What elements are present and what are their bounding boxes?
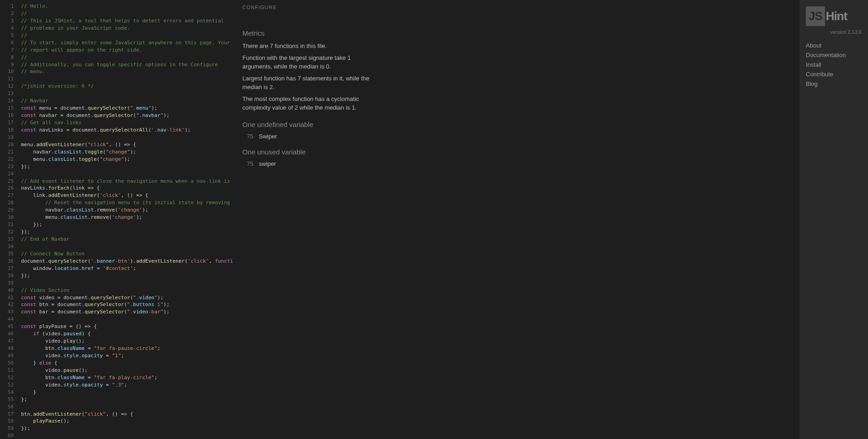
nav-link-about[interactable]: About [806,42,862,49]
code-line[interactable]: // Navbar [21,97,233,105]
code-line[interactable]: // report will appear on the right side. [21,47,233,54]
code-line[interactable]: document.querySelector('.banner-btn').ad… [21,258,233,265]
code-line[interactable]: video.style.opacity = "1"; [21,352,233,360]
code-line[interactable] [21,134,233,141]
code-line[interactable]: // problems in your JavaScript code. [21,25,233,32]
code-line[interactable] [21,403,233,411]
code-line[interactable]: /*jshint esversion: 6 */ [21,83,233,90]
line-number: 30 [0,214,17,221]
line-number: 52 [0,374,17,381]
nav-link-documentation[interactable]: Documentation [806,52,862,58]
line-number: 48 [0,345,17,352]
metrics-list: There are 7 functions in this file.Funct… [242,42,790,112]
code-line[interactable]: }); [21,425,233,432]
version-label: version 2.13.6 [806,29,862,35]
code-line[interactable]: const menu = document.querySelector(".me… [21,105,233,112]
code-line[interactable]: } [21,389,233,396]
code-line[interactable]: const video = document.querySelector(".v… [21,294,233,301]
code-line[interactable]: // Add event listener to close the navig… [21,178,233,185]
code-line[interactable]: navLinks.forEach(link => { [21,185,233,192]
code-line[interactable]: menu.classList.toggle("change"); [21,156,233,163]
warning-identifier: Swiper [259,133,277,140]
code-line[interactable]: }; [21,396,233,403]
code-line[interactable]: link.addEventListener('click', () => { [21,192,233,199]
line-number: 6 [0,39,17,47]
code-line[interactable]: playPause(); [21,418,233,425]
code-line[interactable]: // [21,32,233,39]
line-number: 44 [0,316,17,323]
line-number: 58 [0,418,17,425]
code-line[interactable]: }); [21,228,233,236]
code-line[interactable]: navbar.classList.toggle("change"); [21,148,233,156]
code-line[interactable]: if (video.paused) { [21,330,233,338]
line-number: 56 [0,403,17,411]
code-line[interactable] [21,432,233,439]
app-root: 1234567891011121314151617181920212223242… [0,0,868,439]
line-number: 20 [0,141,17,148]
code-line[interactable]: // [21,10,233,17]
code-line[interactable]: // Additionally, you can toggle specific… [21,61,233,69]
line-number: 36 [0,258,17,265]
code-line[interactable] [21,170,233,178]
code-line[interactable]: menu.addEventListener("click", () => { [21,141,233,148]
code-editor[interactable]: 1234567891011121314151617181920212223242… [0,0,233,439]
code-line[interactable] [21,75,233,83]
code-line[interactable]: // Reset the navigation menu to its init… [21,199,233,206]
line-number: 21 [0,148,17,156]
code-line[interactable]: btn.className = "far fa-play-circle"; [21,374,233,381]
line-number: 14 [0,97,17,105]
code-line[interactable]: btn.addEventListener("click", () => { [21,411,233,418]
logo-hint: Hint [826,9,847,23]
code-line[interactable]: video.style.opacity = ".3"; [21,381,233,389]
undefined-heading: One undefined variable [242,121,790,128]
line-number: 4 [0,25,17,32]
code-line[interactable]: } else { [21,360,233,367]
warning-row[interactable]: 75swiper [242,160,790,167]
code-line[interactable]: // Connect Now Button [21,250,233,258]
code-line[interactable]: video.play(); [21,338,233,345]
configure-link[interactable]: CONFIGURE [242,5,277,10]
code-line[interactable]: }); [21,272,233,280]
code-line[interactable] [21,280,233,287]
code-line[interactable]: // End of Navbar [21,236,233,243]
code-line[interactable] [21,90,233,97]
code-line[interactable]: const playPause = () => { [21,323,233,330]
metric-line: There are 7 functions in this file. [242,42,380,51]
code-line[interactable]: const navLinks = document.querySelectorA… [21,127,233,134]
code-line[interactable]: }); [21,221,233,228]
nav-link-blog[interactable]: Blog [806,80,862,87]
code-line[interactable]: menu.classList.remove('change'); [21,214,233,221]
code-line[interactable] [21,316,233,323]
code-line[interactable]: const navbar = document.querySelector(".… [21,112,233,119]
code-line[interactable]: window.location.href = '#contact'; [21,265,233,272]
code-line[interactable]: btn.className = "far fa-pause-circle"; [21,345,233,352]
nav-link-contribute[interactable]: Contribute [806,71,862,78]
code-line[interactable]: const bar = document.querySelector(".vid… [21,308,233,316]
nav-link-install[interactable]: Install [806,61,862,68]
line-number: 47 [0,338,17,345]
code-line[interactable]: // To start, simply enter some JavaScrip… [21,39,233,47]
warning-line-number: 75 [242,133,253,140]
warning-row[interactable]: 75Swiper [242,133,790,140]
code-line[interactable]: video.pause(); [21,367,233,374]
code-line[interactable]: // Get all nav-links [21,119,233,127]
line-number: 16 [0,112,17,119]
code-line[interactable]: // Video Section [21,287,233,294]
code-line[interactable]: // This is JSHint, a tool that helps to … [21,17,233,25]
line-number: 27 [0,192,17,199]
code-line[interactable]: // [21,54,233,61]
code-line[interactable]: }); [21,163,233,170]
code-line[interactable]: // Hello. [21,3,233,10]
code-line[interactable]: const btn = document.querySelector(".but… [21,301,233,308]
code-content[interactable]: // Hello.//// This is JSHint, a tool tha… [21,3,233,439]
code-line[interactable]: navbar.classList.remove('change'); [21,206,233,214]
line-number: 28 [0,199,17,206]
line-number: 8 [0,54,17,61]
line-number: 55 [0,396,17,403]
line-number: 41 [0,294,17,301]
code-line[interactable]: // menu. [21,68,233,75]
code-line[interactable] [21,243,233,250]
line-number: 3 [0,17,17,25]
line-number: 53 [0,381,17,389]
line-number: 1 [0,3,17,10]
